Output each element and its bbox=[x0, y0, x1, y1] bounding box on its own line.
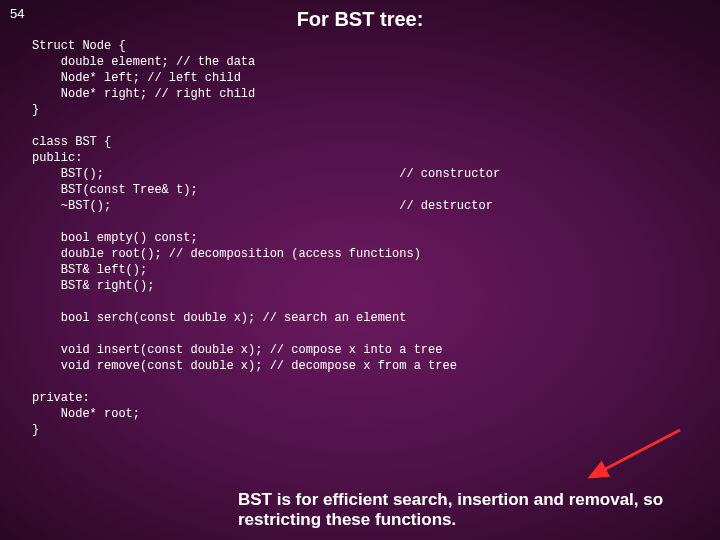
code-block: Struct Node { double element; // the dat… bbox=[32, 38, 500, 438]
svg-line-0 bbox=[590, 430, 680, 477]
footnote-text: BST is for efficient search, insertion a… bbox=[238, 490, 708, 530]
slide: 54 For BST tree: Struct Node { double el… bbox=[0, 0, 720, 540]
annotation-arrow bbox=[570, 425, 690, 485]
slide-title: For BST tree: bbox=[0, 8, 720, 31]
